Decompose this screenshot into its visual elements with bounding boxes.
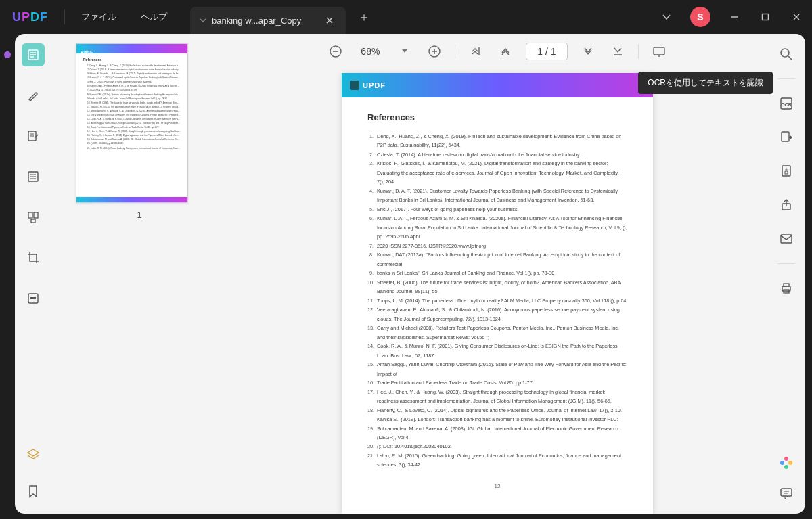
zoom-dropdown[interactable] <box>395 42 414 61</box>
view-toolbar: 68% 1 / 1 <box>227 34 767 69</box>
prev-page-button[interactable] <box>496 42 515 61</box>
reader-tool[interactable] <box>22 43 45 66</box>
zoom-out-button[interactable] <box>326 42 345 61</box>
svg-point-26 <box>780 461 784 465</box>
print-button[interactable] <box>777 279 796 298</box>
reference-item: 18.Flaherty, C., & Lovato, C. (2014). Di… <box>367 406 627 424</box>
protect-button[interactable] <box>777 162 796 181</box>
svg-text:OCR: OCR <box>781 102 792 107</box>
page-number: 12 <box>342 476 653 495</box>
svg-rect-19 <box>781 235 792 243</box>
svg-rect-5 <box>34 212 38 218</box>
tabs-overflow-button[interactable] <box>651 14 682 20</box>
menu-file[interactable]: ファイル <box>69 11 129 23</box>
reference-item: 3.Kitsios, F., Giatsidis, I., & Kamariot… <box>367 159 627 186</box>
svg-rect-4 <box>28 212 32 218</box>
reference-item: 4.Kumari, D. A. T. (2021). Customer Loya… <box>367 187 627 205</box>
reference-item: 19.Subramanian, M. and Saxena, A. (2008)… <box>367 424 627 443</box>
page-indicator-dot <box>4 51 11 58</box>
reference-item: 15.Aman Saggu, Yann Duval, Chorthip Utok… <box>367 360 627 378</box>
svg-rect-11 <box>654 47 664 55</box>
tab-dropdown-icon <box>200 17 206 24</box>
reference-item: 5.Eric J., (2017). Four ways of going pa… <box>367 205 627 214</box>
reference-item: 10.Streeter, B. (2006). The future for t… <box>367 278 627 296</box>
next-page-button[interactable] <box>579 42 597 61</box>
svg-rect-8 <box>30 297 36 299</box>
share-button[interactable] <box>777 196 796 215</box>
tab-title: banking w...apar_Copy <box>206 16 323 26</box>
bookmarks-tool[interactable] <box>22 480 45 503</box>
ai-assistant-button[interactable] <box>779 455 794 470</box>
comments-button[interactable] <box>777 484 796 503</box>
reference-item: 12.Veeraraghavan, P., Almuairfi, S., & C… <box>367 305 627 323</box>
edit-text-tool[interactable] <box>22 125 45 148</box>
svg-rect-15 <box>782 132 789 141</box>
svg-point-12 <box>781 49 789 57</box>
page-thumbnail[interactable]: ■ UPDF References 1. Deng, X., Huang, Z.… <box>76 43 188 203</box>
menu-help[interactable]: ヘルプ <box>129 11 179 23</box>
svg-point-25 <box>784 465 788 469</box>
close-window-button[interactable] <box>781 3 812 30</box>
document-tab[interactable]: banking w...apar_Copy <box>190 7 346 34</box>
references-heading: References <box>367 112 627 122</box>
reference-item: 20.(): DOI: 10.4018/jegr.2008040102. <box>367 442 627 451</box>
reference-item: 16.Trade Facilitation and Paperless Trad… <box>367 378 627 387</box>
reference-item: 7.2020 ISSN 2277-8616. IJSTR©2020.www.ij… <box>367 242 627 250</box>
search-button[interactable] <box>777 45 796 64</box>
svg-rect-0 <box>763 14 769 20</box>
ocr-tooltip: OCRを使用してテキストを認識 <box>638 72 773 94</box>
zoom-in-button[interactable] <box>425 42 444 61</box>
zoom-level: 68% <box>356 46 384 57</box>
thumbnail-panel: ■ UPDF References 1. Deng, X., Huang, Z.… <box>51 34 227 514</box>
reference-item: 13.Garry and Michael (2008). Retailers T… <box>367 323 627 342</box>
svg-rect-17 <box>785 171 788 174</box>
tab-close-button[interactable] <box>323 14 336 27</box>
app-logo: UPDF <box>0 10 60 24</box>
main-column: 68% 1 / 1 UPDF References 1.Deng, X., Hu… <box>227 34 767 514</box>
svg-point-24 <box>788 461 792 465</box>
svg-rect-6 <box>31 219 35 223</box>
page-input[interactable]: 1 / 1 <box>526 43 567 60</box>
presentation-button[interactable] <box>650 42 669 61</box>
email-button[interactable] <box>777 229 796 248</box>
svg-rect-21 <box>784 284 789 286</box>
organize-tool[interactable] <box>22 206 45 229</box>
document-page: UPDF References 1.Deng, X., Huang, Z., &… <box>342 73 653 514</box>
redact-tool[interactable] <box>22 287 45 310</box>
user-avatar[interactable]: S <box>690 7 710 27</box>
reference-item: 9.banks in Sri Lanka". Sri Lanka Journal… <box>367 269 627 277</box>
minimize-button[interactable] <box>719 3 750 30</box>
document-viewport[interactable]: UPDF References 1.Deng, X., Huang, Z., &… <box>227 69 767 514</box>
workspace: ■ UPDF References 1. Deng, X., Huang, Z.… <box>15 34 805 514</box>
crop-tool[interactable] <box>22 246 45 269</box>
reference-item: 21.Lalon, R. M. (2015). Green banking: G… <box>367 451 627 470</box>
new-tab-button[interactable]: ＋ <box>346 9 382 25</box>
ocr-button[interactable]: OCR <box>777 94 796 113</box>
svg-point-23 <box>784 457 788 461</box>
svg-rect-27 <box>781 489 792 496</box>
reference-item: 14.Cook, R. A., & Munro, N. F. (2001). G… <box>367 342 627 360</box>
last-page-button[interactable] <box>608 42 627 61</box>
convert-button[interactable] <box>777 128 796 147</box>
reference-item: 8.Kumari, DAT (2013a), "Factors Influenc… <box>367 250 627 269</box>
reference-item: 17.Hee, J., Chen, Y., & Huang, W. (2003)… <box>367 388 627 406</box>
reference-item: 2.Cziesla, T. (2014). A literature revie… <box>367 150 627 159</box>
maximize-button[interactable] <box>750 3 781 30</box>
left-toolbar <box>15 34 51 514</box>
titlebar: UPDF ファイル ヘルプ banking w...apar_Copy ＋ S <box>0 0 812 34</box>
reference-item: 6.Kumari D.A.T., Ferdous Azam S. M. & Si… <box>367 214 627 241</box>
layers-tool[interactable] <box>22 443 45 466</box>
first-page-button[interactable] <box>466 42 485 61</box>
reference-item: 1.Deng, X., Huang, Z., & Cheng, X. (2019… <box>367 132 627 150</box>
references-list: 1.Deng, X., Huang, Z., & Cheng, X. (2019… <box>367 132 627 470</box>
reference-item: 11.Toops, L. M. (2014). The paperless of… <box>367 296 627 305</box>
page-manager-tool[interactable] <box>22 165 45 188</box>
right-toolbar: OCR OCRを使用してテキストを認識 <box>767 34 805 514</box>
thumbnail-page-number: 1 <box>76 210 203 220</box>
highlighter-tool[interactable] <box>22 84 45 107</box>
